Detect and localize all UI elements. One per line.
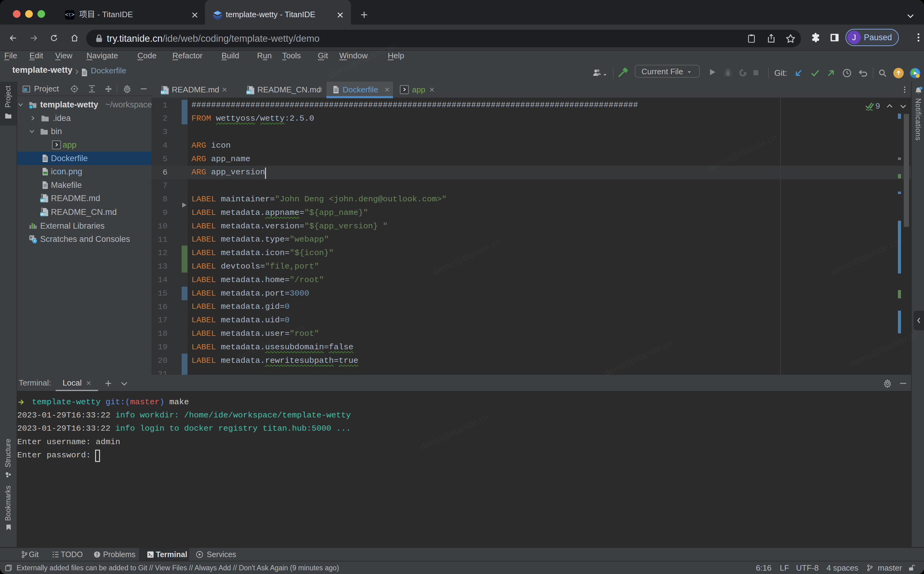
svg-text:MD: MD (161, 91, 166, 94)
svg-text:MD: MD (247, 91, 251, 94)
svg-text:MD: MD (41, 213, 46, 216)
svg-text:MD: MD (41, 199, 46, 202)
